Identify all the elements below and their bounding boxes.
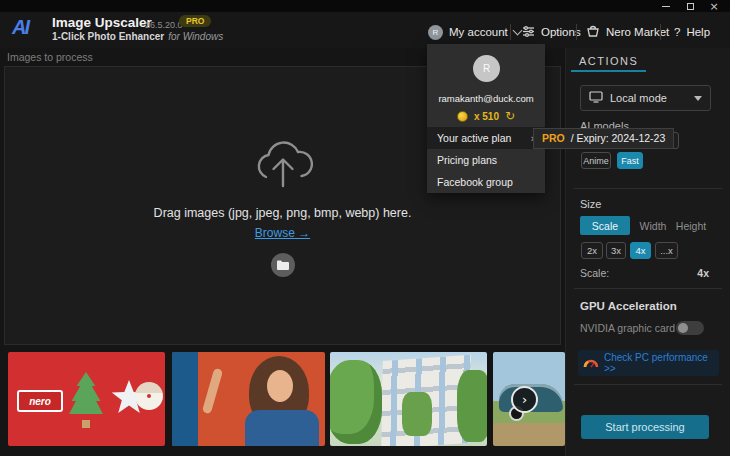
scale-custom-button[interactable]: ...x (655, 242, 678, 259)
gpu-toggle[interactable] (676, 321, 704, 335)
my-account-label: My account (449, 26, 508, 38)
close-button[interactable]: × (702, 0, 726, 12)
account-email: ramakanth@duck.com (427, 93, 545, 104)
cloud-upload-icon (246, 134, 320, 196)
check-pc-performance-link[interactable]: Check PC performance >> (578, 350, 719, 376)
gpu-device-label: NVIDIA graphic card (580, 322, 675, 334)
facebook-group-label: Facebook group (437, 176, 513, 188)
minimize-button[interactable] (654, 0, 678, 12)
folder-button[interactable] (271, 253, 295, 277)
app-header: AI Image Upscaler 26.5.20.0 PRO 1-Click … (0, 12, 730, 48)
sample-thumbnails-strip: nero (0, 352, 565, 446)
tab-height[interactable]: Height (672, 216, 710, 235)
app-window: × AI Image Upscaler 26.5.20.0 PRO 1-Clic… (0, 0, 730, 456)
scale-label: Scale: (580, 267, 609, 279)
mode-select[interactable]: Local mode (580, 85, 711, 111)
os-titlebar: × (0, 0, 730, 12)
gpu-acceleration-title: GPU Acceleration (580, 300, 677, 312)
help-label: Help (686, 26, 710, 38)
actions-sidebar: ACTIONS Local mode AI models Photograph … (565, 48, 730, 456)
monitor-icon (589, 91, 603, 105)
chevron-right-icon: › (522, 392, 527, 407)
thumbnail-portrait-woman[interactable] (172, 352, 325, 446)
browse-link[interactable]: Browse → (255, 226, 310, 240)
drop-hint-text: Drag images (jpg, jpeg, png, bmp, webp) … (154, 206, 412, 220)
menu-divider (576, 24, 577, 40)
actions-underline (571, 70, 646, 72)
check-pc-performance-label: Check PC performance >> (604, 352, 714, 374)
scale-3x-button[interactable]: 3x (606, 242, 626, 259)
menu-item-active-plan[interactable]: Your active plan › (427, 127, 545, 149)
credits-row: x 510 ↻ (427, 108, 545, 124)
section-divider (574, 384, 722, 385)
subtitle-text: 1-Click Photo Enhancer (52, 31, 164, 42)
account-dropdown-panel: R ramakanth@duck.com x 510 ↻ Your active… (427, 44, 545, 193)
active-plan-label: Your active plan (437, 132, 511, 144)
thumbnail-nero-cookies[interactable]: nero (8, 352, 165, 446)
plan-expiry-tooltip: PRO / Expiry: 2024-12-23 (533, 128, 674, 149)
avatar: R (428, 25, 443, 40)
thumbnail-building-ivy[interactable] (330, 352, 487, 446)
app-version: 26.5.20.0 (145, 20, 183, 30)
chevron-down-icon (694, 96, 702, 101)
size-title: Size (580, 198, 601, 210)
subtitle-platform: for Windows (168, 31, 223, 42)
sliders-icon (522, 25, 535, 40)
scale-2x-button[interactable]: 2x (581, 242, 603, 259)
actions-title: ACTIONS (579, 55, 638, 67)
scale-4x-button[interactable]: 4x (630, 242, 651, 259)
nero-logo: nero (17, 390, 63, 412)
folder-icon (277, 256, 289, 274)
refresh-icon[interactable]: ↻ (505, 109, 515, 123)
app-title: Image Upscaler (52, 15, 152, 30)
credits-count: x 510 (474, 111, 499, 122)
section-divider (574, 288, 722, 289)
tab-width[interactable]: Width (636, 216, 670, 235)
plan-name: PRO (542, 132, 565, 144)
options-label: Options (541, 26, 581, 38)
christmas-tree-cookie (68, 372, 104, 422)
help-icon: ? (674, 26, 680, 38)
images-panel-title: Images to process (7, 51, 93, 63)
window-controls: × (654, 0, 726, 12)
section-divider (574, 188, 722, 189)
avatar: R (473, 55, 500, 82)
carousel-next-button[interactable]: › (511, 386, 538, 413)
maximize-button[interactable] (678, 0, 702, 12)
menu-item-pricing-plans[interactable]: Pricing plans (427, 149, 545, 171)
menu-divider (660, 24, 661, 40)
coin-icon (457, 111, 468, 122)
options-menu[interactable]: Options (522, 22, 581, 42)
menu-divider (510, 24, 511, 40)
app-subtitle: 1-Click Photo Enhancerfor Windows (52, 31, 223, 42)
gauge-icon (583, 354, 599, 372)
app-logo-icon: AI (12, 16, 28, 39)
mode-select-value: Local mode (610, 92, 667, 104)
plan-expiry: / Expiry: 2024-12-23 (571, 132, 666, 144)
start-processing-button[interactable]: Start processing (581, 415, 709, 439)
pro-badge: PRO (179, 15, 211, 27)
menu-item-facebook-group[interactable]: Facebook group (427, 171, 545, 193)
model-fast-button[interactable]: Fast (617, 152, 643, 169)
model-anime-button[interactable]: Anime (581, 152, 611, 169)
tab-scale[interactable]: Scale (580, 216, 630, 235)
nero-market-menu[interactable]: Nero Market (586, 22, 669, 42)
market-basket-icon (586, 25, 600, 40)
help-menu[interactable]: ? Help (674, 22, 710, 42)
pricing-plans-label: Pricing plans (437, 154, 497, 166)
chevron-down-icon (512, 25, 522, 35)
santa-cookie (135, 382, 163, 410)
my-account-menu[interactable]: R My account (428, 22, 521, 42)
scale-value: 4x (697, 267, 709, 279)
